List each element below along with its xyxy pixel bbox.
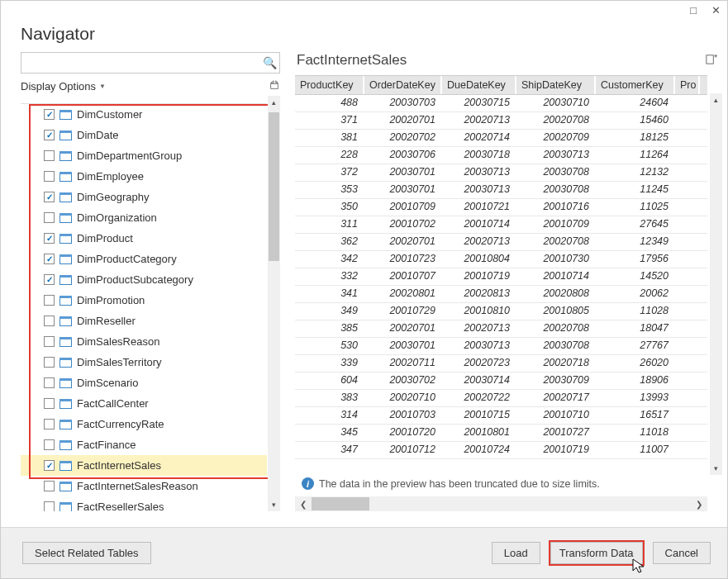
column-header[interactable]: Pro [675, 76, 700, 94]
tree-item-dimorganization[interactable]: DimOrganization [21, 207, 267, 228]
search-input[interactable] [21, 53, 259, 73]
column-header[interactable]: CustomerKey [596, 76, 675, 94]
table-row[interactable]: 22820030706200307182003071311264 [295, 147, 707, 164]
table-row[interactable]: 34220010723200108042001073017956 [295, 251, 707, 268]
table-row[interactable]: 37220030701200307132003070812132 [295, 164, 707, 182]
table-row[interactable]: 33920020711200207232002071826020 [295, 355, 707, 373]
transform-data-button[interactable]: Transform Data [550, 542, 643, 564]
tree-item-dimsalesreason[interactable]: DimSalesReason [21, 331, 267, 352]
tree-item-dimemployee[interactable]: DimEmployee [21, 166, 267, 187]
vertical-scrollbar[interactable]: ▴ ▾ [710, 93, 722, 475]
footer: Select Related Tables Load Transform Dat… [1, 527, 727, 578]
tree-item-dimsalesterritory[interactable]: DimSalesTerritory [21, 352, 267, 373]
scroll-down-icon[interactable]: ▾ [268, 498, 280, 511]
table-cell: 20030708 [516, 338, 596, 354]
tree-item-factfinance[interactable]: FactFinance [21, 434, 267, 455]
table-cell: 20010724 [442, 442, 516, 458]
checkbox[interactable] [44, 316, 55, 326]
select-related-tables-button[interactable]: Select Related Tables [22, 542, 151, 564]
tree-item-dimcustomer[interactable]: DimCustomer [21, 104, 267, 125]
table-row[interactable]: 35320030701200307132003070811245 [295, 182, 707, 199]
table-row[interactable]: 60420030702200307142003070918906 [295, 373, 707, 390]
tree-scrollbar[interactable]: ▴ ▾ [268, 96, 280, 511]
checkbox[interactable] [44, 460, 55, 471]
table-cell: 20020701 [364, 320, 442, 337]
table-row[interactable]: 31420010703200107152001071016517 [295, 407, 707, 425]
maximize-icon[interactable]: □ [690, 4, 697, 17]
checkbox[interactable] [44, 254, 55, 264]
close-icon[interactable]: ✕ [711, 4, 721, 17]
checkbox[interactable] [44, 357, 55, 368]
transform-data-highlight: Transform Data [549, 540, 645, 566]
horizontal-scrollbar[interactable]: ❮ ❯ [295, 496, 707, 511]
table-row[interactable]: 34120020801200208132002080820062 [295, 286, 707, 303]
column-header[interactable]: DueDateKey [442, 76, 516, 94]
hscroll-thumb[interactable] [312, 497, 369, 510]
checkbox[interactable] [44, 501, 55, 511]
column-header[interactable]: ShipDateKey [516, 76, 596, 94]
checkbox[interactable] [44, 212, 55, 223]
tree-item-dimreseller[interactable]: DimReseller [21, 311, 267, 331]
column-header[interactable]: ProductKey [295, 76, 364, 94]
table-row[interactable]: 38320020710200207222002071713993 [295, 390, 707, 407]
checkbox[interactable] [44, 419, 55, 430]
checkbox[interactable] [44, 295, 55, 306]
tree-item-dimgeography[interactable]: DimGeography [21, 187, 267, 207]
cancel-button[interactable]: Cancel [653, 542, 711, 564]
tree-item-factinternetsales[interactable]: FactInternetSales [21, 455, 267, 476]
scroll-up-icon[interactable]: ▴ [268, 96, 280, 109]
table-cell: 11028 [596, 303, 675, 320]
table-row[interactable]: 38520020701200207132002070818047 [295, 320, 707, 338]
tree-item-dimproductsubcategory[interactable]: DimProductSubcategory [21, 269, 267, 290]
checkbox[interactable] [44, 336, 55, 347]
checkbox[interactable] [44, 150, 55, 161]
display-options-dropdown[interactable]: Display Options ▼ [21, 78, 106, 94]
search-box[interactable]: 🔍 [21, 52, 280, 74]
preview-title: FactInternetSales [297, 52, 407, 69]
table-row[interactable]: 48820030703200307152003071024604 [295, 95, 707, 112]
table-row[interactable]: 37120020701200207132002070815460 [295, 112, 707, 130]
checkbox[interactable] [44, 171, 55, 182]
tree-item-factinternetsalesreason[interactable]: FactInternetSalesReason [21, 476, 267, 496]
tree-item-dimdate[interactable]: DimDate [21, 125, 267, 145]
table-row[interactable]: 34920010729200108102001080511028 [295, 303, 707, 320]
table-row[interactable]: 36220020701200207132002070812349 [295, 234, 707, 251]
checkbox[interactable] [44, 233, 55, 244]
table-row[interactable]: 33220010707200107192001071414520 [295, 268, 707, 286]
tree-item-dimscenario[interactable]: DimScenario [21, 373, 267, 393]
scroll-up-icon[interactable]: ▴ [710, 93, 722, 107]
tree-item-dimproductcategory[interactable]: DimProductCategory [21, 249, 267, 269]
table-row[interactable]: 31120010702200107142001070927645 [295, 216, 707, 234]
checkbox[interactable] [44, 274, 55, 285]
tree-item-factcurrencyrate[interactable]: FactCurrencyRate [21, 414, 267, 434]
tree-item-dimproduct[interactable]: DimProduct [21, 228, 267, 249]
scroll-right-icon[interactable]: ❯ [691, 500, 707, 509]
refresh-icon[interactable] [269, 79, 280, 93]
tree-item-label: DimDate [77, 129, 119, 141]
scroll-left-icon[interactable]: ❮ [295, 500, 312, 509]
checkbox[interactable] [44, 377, 55, 388]
table-row[interactable]: 34720010712200107242001071911007 [295, 442, 707, 459]
scroll-down-icon[interactable]: ▾ [710, 462, 722, 475]
load-button[interactable]: Load [492, 542, 540, 564]
scroll-thumb[interactable] [269, 112, 279, 261]
table-cell: 24604 [596, 95, 675, 112]
tree-item-factcallcenter[interactable]: FactCallCenter [21, 393, 267, 414]
table-row[interactable]: 53020030701200307132003070827767 [295, 338, 707, 355]
checkbox[interactable] [44, 398, 55, 409]
tree-item-factresellersales[interactable]: FactResellerSales [21, 496, 267, 511]
checkbox[interactable] [44, 481, 55, 491]
table-row[interactable]: 38120020702200207142002070918125 [295, 130, 707, 147]
table-row[interactable]: 35020010709200107212001071611025 [295, 199, 707, 216]
checkbox[interactable] [44, 130, 55, 140]
table-cell: 27767 [596, 338, 675, 354]
tree-item-dimpromotion[interactable]: DimPromotion [21, 290, 267, 311]
checkbox[interactable] [44, 439, 55, 450]
checkbox[interactable] [44, 109, 55, 120]
add-column-icon[interactable] [705, 53, 717, 68]
column-header[interactable]: OrderDateKey [364, 76, 442, 94]
tree-item-dimdepartmentgroup[interactable]: DimDepartmentGroup [21, 145, 267, 166]
table-row[interactable]: 34520010720200108012001072711018 [295, 425, 707, 442]
checkbox[interactable] [44, 192, 55, 202]
search-icon[interactable]: 🔍 [259, 56, 279, 69]
